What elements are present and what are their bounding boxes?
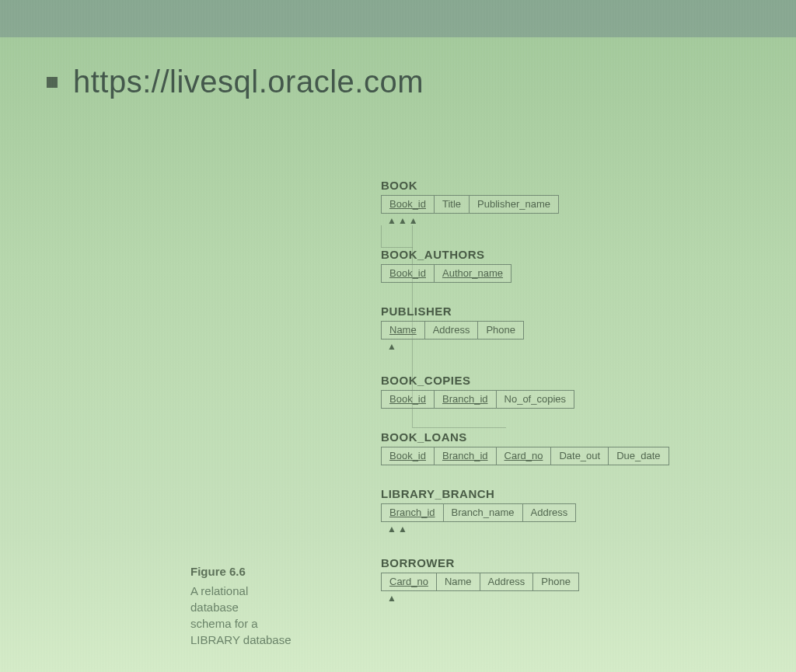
table-column-cell: Card_no (496, 447, 552, 465)
table-name: BORROWER (381, 556, 770, 569)
table-column-cell: Branch_id (381, 503, 444, 522)
table-column-cell: Name (381, 321, 425, 339)
table-column-cell: Book_id (381, 447, 435, 465)
table-block: BOOK_LOANSBook_idBranch_idCard_noDate_ou… (381, 430, 770, 465)
table-column-cell: No_of_copies (496, 390, 575, 409)
figure-caption-line1: A relational database (190, 584, 248, 614)
connector-line (381, 225, 413, 248)
table-column-cell: Address (424, 321, 479, 339)
table-column-cell: Address (480, 573, 534, 591)
fk-arrow-icon: ▲▲ (381, 524, 770, 534)
table-name: BOOK_AUTHORS (381, 248, 770, 261)
table-columns-row: Card_noNameAddressPhone (381, 573, 770, 591)
table-columns-row: Book_idBranch_idNo_of_copies (381, 390, 770, 409)
table-column-cell: Book_id (381, 195, 435, 214)
fk-arrow-icon: ▲ (381, 341, 770, 352)
table-name: LIBRARY_BRANCH (381, 487, 770, 500)
figure-area: Figure 6.6 A relational database schema … (257, 179, 770, 625)
table-column-cell: Publisher_name (469, 195, 559, 214)
slide-bullet-row: https://livesql.oracle.com (0, 64, 796, 99)
table-block: BOOKBook_idTitlePublisher_name▲▲▲ (381, 179, 770, 226)
table-columns-row: Book_idAuthor_name (381, 264, 770, 283)
table-column-cell: Author_name (434, 264, 511, 283)
schema-diagram: BOOKBook_idTitlePublisher_name▲▲▲BOOK_AU… (257, 179, 770, 604)
url-text: https://livesql.oracle.com (73, 64, 424, 99)
fk-arrow-icon: ▲ (381, 593, 770, 604)
table-column-cell: Card_no (381, 573, 437, 591)
table-column-cell: Phone (532, 573, 579, 591)
table-columns-row: Book_idTitlePublisher_name (381, 195, 770, 214)
table-column-cell: Due_date (608, 447, 669, 465)
bullet-square-icon (47, 77, 58, 88)
table-name: BOOK_LOANS (381, 430, 770, 444)
table-block: BORROWERCard_noNameAddressPhone▲ (381, 556, 770, 604)
figure-caption-line3: LIBRARY database (190, 633, 292, 646)
table-block: BOOK_COPIESBook_idBranch_idNo_of_copies (381, 374, 770, 409)
table-column-cell: Book_id (381, 390, 435, 409)
table-column-cell: Book_id (381, 264, 435, 283)
table-name: BOOK_COPIES (381, 374, 770, 387)
window-top-strip (0, 0, 796, 37)
table-columns-row: Branch_idBranch_nameAddress (381, 503, 770, 522)
table-name: PUBLISHER (381, 305, 770, 318)
table-column-cell: Date_out (550, 447, 609, 465)
table-block: PUBLISHERNameAddressPhone▲ (381, 305, 770, 352)
figure-caption-line2: schema for a (190, 617, 258, 630)
table-column-cell: Branch_id (434, 390, 497, 409)
fk-arrow-icon: ▲▲▲ (381, 215, 770, 226)
table-column-cell: Address (522, 503, 577, 522)
table-column-cell: Branch_name (443, 503, 523, 522)
table-column-cell: Name (436, 573, 480, 591)
table-columns-row: NameAddressPhone (381, 321, 770, 339)
table-name: BOOK (381, 179, 770, 192)
table-column-cell: Phone (477, 321, 524, 339)
table-columns-row: Book_idBranch_idCard_noDate_outDue_date (381, 447, 770, 465)
table-block: LIBRARY_BRANCHBranch_idBranch_nameAddres… (381, 487, 770, 534)
table-block: BOOK_AUTHORSBook_idAuthor_name (381, 248, 770, 283)
table-column-cell: Title (434, 195, 470, 214)
table-column-cell: Branch_id (434, 447, 497, 465)
